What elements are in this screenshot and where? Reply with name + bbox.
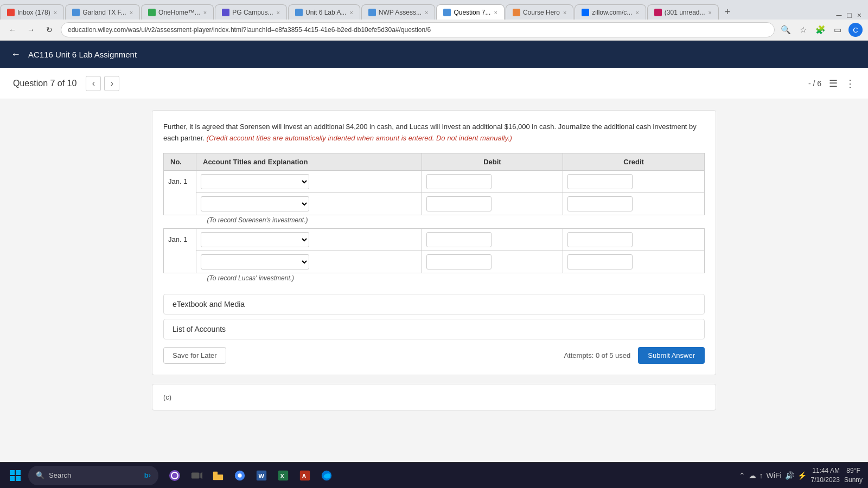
sidebar-icon[interactable]: ▭	[831, 23, 844, 36]
tab-pg[interactable]: PG Campus... ×	[215, 4, 287, 20]
tab-close-nwp[interactable]: ×	[425, 9, 428, 16]
extensions-icon[interactable]: 🧩	[814, 23, 827, 36]
debit-input-1b[interactable]	[426, 196, 492, 211]
taskbar-app-edge[interactable]	[317, 466, 336, 485]
credit-input-1b[interactable]	[567, 196, 633, 211]
prev-question-button[interactable]: ‹	[86, 76, 101, 91]
tab-favicon-nwp	[368, 9, 376, 16]
taskbar-app-video[interactable]	[187, 466, 206, 485]
chrome-icon	[234, 470, 246, 481]
tab-close-pg[interactable]: ×	[277, 9, 280, 16]
list-icon[interactable]: ☰	[829, 78, 838, 89]
upload-icon[interactable]: ↑	[760, 471, 763, 480]
more-options-icon[interactable]: ⋮	[845, 78, 855, 89]
etextbook-header[interactable]: eTextbook and Media	[164, 294, 704, 314]
taskbar-search-box[interactable]: 🔍 Search b›	[28, 466, 158, 485]
etextbook-label: eTextbook and Media	[173, 300, 245, 309]
minimize-button[interactable]: ─	[836, 11, 841, 20]
next-question-button[interactable]: ›	[104, 76, 119, 91]
wifi-icon[interactable]: WiFi	[767, 471, 782, 480]
tab-close-garland[interactable]: ×	[130, 9, 133, 16]
tab-close-zillow[interactable]: ×	[635, 9, 639, 16]
maximize-button[interactable]: □	[847, 11, 851, 20]
bookmark-icon[interactable]: ☆	[796, 23, 809, 36]
account-select-2b[interactable]	[201, 254, 309, 269]
new-tab-button[interactable]: +	[720, 4, 735, 20]
submit-answer-button[interactable]: Submit Answer	[638, 347, 705, 364]
battery-icon[interactable]: ⚡	[797, 471, 807, 480]
reload-button[interactable]: ↻	[42, 23, 56, 37]
tab-favicon-unit6	[295, 9, 303, 16]
tab-close-unit6[interactable]: ×	[349, 9, 353, 16]
account-select-2a[interactable]	[201, 232, 309, 247]
date-cell-2: Jan. 1	[164, 228, 196, 273]
tab-favicon-inbox301	[654, 9, 662, 16]
chevron-up-icon[interactable]: ⌃	[739, 471, 745, 480]
tab-gmail[interactable]: Inbox (178) ×	[0, 4, 64, 20]
account-select-1a[interactable]	[201, 174, 309, 189]
account-cell-1b	[196, 192, 422, 215]
debit-cell-1a	[422, 170, 563, 192]
tab-label-gmail: Inbox (178)	[17, 9, 50, 16]
tab-close-onehome[interactable]: ×	[203, 9, 207, 16]
tab-label-pg: PG Campus...	[232, 9, 273, 16]
credit-note-text: (Credit account titles are automatically…	[207, 134, 512, 142]
taskbar-app-excel[interactable]: X	[273, 466, 293, 485]
save-for-later-button[interactable]: Save for Later	[163, 347, 226, 364]
tab-nwp[interactable]: NWP Assess... ×	[361, 4, 436, 20]
list-of-accounts-section: List of Accounts	[163, 319, 705, 339]
col-header-no: No.	[164, 153, 196, 170]
credit-input-1a[interactable]	[567, 174, 633, 189]
tab-close-ch[interactable]: ×	[563, 9, 566, 16]
search-icon[interactable]: 🔍	[779, 23, 792, 36]
credit-input-2b[interactable]	[567, 254, 633, 269]
note-row-sorensen: (To record Sorensen's investment.)	[164, 215, 705, 228]
speaker-icon[interactable]: 🔊	[785, 471, 794, 480]
tab-label-garland: Garland TX F...	[82, 9, 126, 16]
tab-favicon-onehome	[148, 9, 156, 16]
taskbar-date-value: 7/10/2023	[811, 476, 840, 485]
taskbar-app-access[interactable]: A	[295, 466, 315, 485]
tab-zillow[interactable]: zillow.com/c... ×	[575, 4, 646, 20]
browser-chrome: Inbox (178) × Garland TX F... × OneHome™…	[0, 0, 868, 41]
taskbar-apps: W X A	[165, 466, 336, 485]
forward-button[interactable]: →	[24, 23, 38, 37]
taskbar-app-word[interactable]: W	[252, 466, 271, 485]
close-button[interactable]: ×	[857, 11, 861, 20]
tab-close-gmail[interactable]: ×	[54, 9, 57, 16]
taskbar-clock[interactable]: 11:44 AM 7/10/2023	[811, 466, 840, 485]
svg-rect-8	[213, 471, 218, 474]
taskbar-app-chrome[interactable]	[230, 466, 250, 485]
debit-input-1a[interactable]	[426, 174, 492, 189]
window-controls: ─ □ ×	[829, 11, 868, 20]
start-button[interactable]	[5, 466, 25, 485]
list-of-accounts-header[interactable]: List of Accounts	[164, 319, 704, 339]
address-input[interactable]	[61, 22, 775, 37]
cloud-icon[interactable]: ☁	[749, 471, 756, 480]
bing-icon: b›	[144, 471, 151, 479]
tab-close-q7[interactable]: ×	[494, 9, 497, 16]
debit-input-2a[interactable]	[426, 232, 492, 247]
back-button[interactable]: ←	[5, 23, 20, 37]
etextbook-section: eTextbook and Media	[163, 294, 705, 314]
tab-inbox301[interactable]: (301 unread... ×	[647, 4, 719, 20]
tab-onehome[interactable]: OneHome™... ×	[141, 4, 214, 20]
debit-input-2b[interactable]	[426, 254, 492, 269]
credit-input-2a[interactable]	[567, 232, 633, 247]
svg-rect-0	[10, 470, 15, 475]
tab-garland[interactable]: Garland TX F... ×	[65, 4, 140, 20]
tab-close-inbox301[interactable]: ×	[709, 9, 712, 16]
account-select-1b[interactable]	[201, 196, 309, 211]
tab-q7[interactable]: Question 7... ×	[436, 4, 504, 20]
account-cell-1a	[196, 170, 422, 192]
taskbar-app-cortana[interactable]	[165, 466, 184, 485]
table-row: Jan. 1	[164, 228, 705, 251]
taskbar-app-files[interactable]	[208, 466, 228, 485]
tab-favicon-gmail	[7, 9, 15, 16]
back-arrow-icon[interactable]: ←	[11, 49, 21, 60]
svg-marker-7	[200, 472, 202, 479]
tab-favicon-zillow	[582, 9, 589, 16]
tab-unit6[interactable]: Unit 6 Lab A... ×	[288, 4, 360, 20]
profile-avatar[interactable]: C	[848, 23, 863, 37]
tab-ch[interactable]: Course Hero ×	[506, 4, 573, 20]
